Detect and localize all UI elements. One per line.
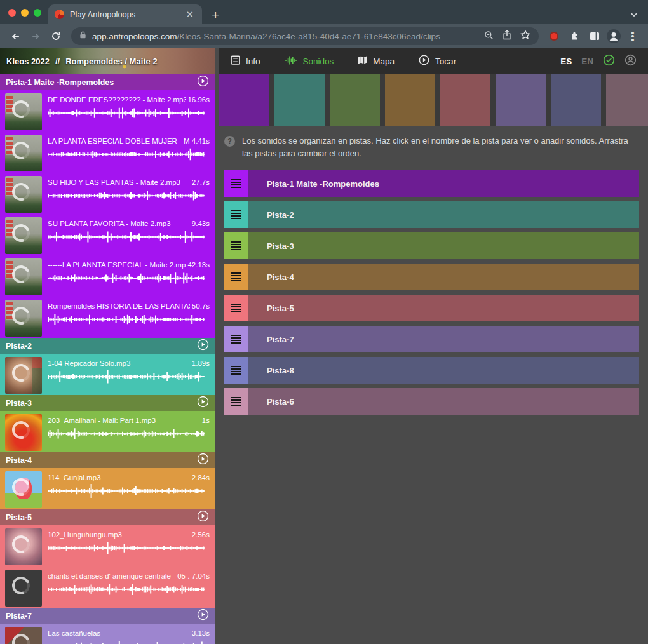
track-header[interactable]: Pista-3 — [0, 395, 215, 411]
clip-waveform[interactable] — [48, 639, 210, 644]
clip-item[interactable]: 1-04 Repicador Solo.mp3 1.89s — [0, 354, 215, 395]
drag-handle[interactable] — [224, 264, 248, 290]
drag-handle[interactable] — [224, 295, 248, 321]
clip-item[interactable]: Rompemoldes HISTORIA DE LAS PLANTAS... 5… — [0, 297, 215, 338]
clip-thumbnail[interactable] — [5, 176, 42, 213]
clip-item[interactable]: SU HIJO Y LAS PLANTAS - Maite 2.mp3 27.7… — [0, 173, 215, 214]
track-play-button[interactable] — [197, 510, 209, 525]
track-row-bar[interactable]: Pista-8 — [248, 357, 639, 384]
clip-item[interactable]: Las castañuelas 3.13s — [0, 624, 215, 644]
clip-thumbnail[interactable] — [5, 357, 42, 394]
clip-thumbnail[interactable] — [5, 258, 42, 295]
extensions-puzzle-icon[interactable] — [565, 27, 583, 45]
track-play-button[interactable] — [197, 396, 209, 410]
clip-waveform[interactable] — [48, 147, 210, 164]
clip-waveform[interactable] — [48, 105, 210, 123]
track-row-bar[interactable]: Pista-3 — [248, 232, 639, 259]
zoom-page-icon[interactable] — [484, 30, 494, 43]
track-play-button[interactable] — [197, 339, 209, 353]
track-row-bar[interactable]: Pista-5 — [248, 295, 639, 321]
clip-thumbnail[interactable] — [5, 217, 42, 254]
clip-waveform[interactable] — [48, 426, 210, 444]
browser-toolbar: app.antropoloops.com/Kleos-Santa-Marina/… — [0, 24, 648, 48]
tab-info[interactable]: Info — [231, 55, 260, 67]
new-tab-button[interactable]: + — [212, 8, 219, 22]
back-button[interactable] — [6, 27, 24, 45]
clip-waveform[interactable] — [48, 483, 210, 501]
clip-waveform[interactable] — [48, 582, 210, 600]
window-zoom-button[interactable] — [34, 9, 41, 17]
drag-handle[interactable] — [224, 357, 248, 384]
clip-waveform[interactable] — [48, 312, 210, 330]
window-minimize-button[interactable] — [21, 9, 29, 17]
track-color-palette — [219, 74, 648, 126]
track-header[interactable]: Pista-7 — [0, 608, 215, 624]
track-row: Pista-5 — [224, 295, 639, 321]
tab-mapa[interactable]: Mapa — [358, 55, 395, 67]
clip-waveform[interactable] — [48, 369, 210, 387]
clip-waveform[interactable] — [48, 188, 210, 206]
bookmark-star-icon[interactable] — [520, 30, 530, 43]
clip-waveform[interactable] — [48, 271, 210, 288]
track-row-bar[interactable]: Pista-7 — [248, 326, 639, 352]
track-row-bar[interactable]: Pista-1 Maite -Rompemoldes — [248, 170, 639, 197]
browser-menu-icon[interactable]: ••• — [624, 27, 642, 45]
clip-item[interactable]: DE DONDE ERES???????? - Maite 2.mp3 16.9… — [0, 90, 215, 131]
track-row-bar[interactable]: Pista-6 — [248, 388, 639, 415]
clip-waveform[interactable] — [48, 229, 210, 247]
tab-search-chevron-icon[interactable] — [630, 8, 638, 20]
track-row-bar[interactable]: Pista-2 — [248, 201, 639, 228]
profile-avatar-icon[interactable] — [606, 29, 621, 44]
lang-es-button[interactable]: ES — [560, 57, 572, 66]
clip-thumbnail[interactable] — [5, 135, 42, 171]
clip-title: 203_Amalihani - Mali: Part 1.mp3 — [48, 417, 200, 424]
tab-tocar[interactable]: Tocar — [419, 55, 456, 67]
lang-en-button[interactable]: EN — [581, 57, 593, 66]
track-play-button[interactable] — [197, 608, 209, 623]
track-play-button[interactable] — [197, 453, 209, 467]
track-header[interactable]: Pista-2 — [0, 338, 215, 354]
track-play-button[interactable] — [197, 75, 209, 90]
browser-tab[interactable]: Play Antropoloops ✕ — [48, 4, 202, 24]
track-header[interactable]: Pista-5 — [0, 509, 215, 525]
clip-item[interactable]: ------LA PLANNTA ESPECIAL - Maite 2.mp3 … — [0, 255, 215, 297]
lock-icon[interactable] — [79, 30, 86, 42]
drag-handle[interactable] — [224, 170, 248, 197]
drag-handle[interactable] — [224, 201, 248, 228]
clip-item[interactable]: LA PLANTA ESPECIAL DOBLE MUJER - Mai... … — [0, 131, 215, 173]
clip-waveform[interactable] — [48, 540, 210, 558]
nav-label: Tocar — [435, 57, 456, 66]
clip-thumbnail[interactable] — [5, 627, 42, 644]
window-close-button[interactable] — [8, 9, 16, 17]
saved-check-icon[interactable] — [603, 54, 615, 69]
reload-button[interactable] — [47, 27, 65, 45]
clip-item[interactable]: SU PLANTA FAVORITA - Maite 2.mp3 9.43s — [0, 214, 215, 255]
share-icon[interactable] — [503, 30, 511, 43]
tab-close-icon[interactable]: ✕ — [184, 8, 196, 20]
clip-thumbnail[interactable] — [5, 471, 42, 508]
clip-item[interactable]: 102_Hunguhungu.mp3 2.56s — [0, 525, 215, 567]
drag-handle[interactable] — [224, 326, 248, 352]
track-header[interactable]: Pista-1 Maite -Rompemoldes — [0, 74, 215, 90]
top-nav: Info Sonidos Mapa Tocar E — [219, 48, 648, 74]
clip-thumbnail[interactable] — [5, 93, 42, 130]
forward-button[interactable] — [27, 27, 44, 45]
clip-thumbnail[interactable] — [5, 528, 42, 565]
clip-thumbnail[interactable] — [5, 300, 42, 337]
track-row-bar[interactable]: Pista-4 — [248, 264, 639, 290]
clip-item[interactable]: 114_Gunjai.mp3 2.84s — [0, 468, 215, 509]
url-bar[interactable]: app.antropoloops.com/Kleos-Santa-Marina/… — [71, 27, 539, 45]
clip-title: Las castañuelas — [48, 629, 190, 637]
account-icon[interactable] — [624, 54, 637, 69]
clip-item[interactable]: chants et danses d' amerique centrale - … — [0, 567, 215, 608]
track-header[interactable]: Pista-4 — [0, 452, 215, 468]
tab-sonidos[interactable]: Sonidos — [285, 55, 334, 67]
record-indicator-icon[interactable] — [545, 27, 563, 45]
clip-item[interactable]: 203_Amalihani - Mali: Part 1.mp3 1s — [0, 411, 215, 452]
drag-handle[interactable] — [224, 232, 248, 259]
drag-handle[interactable] — [224, 388, 248, 415]
clip-duration: 42.13s — [187, 261, 210, 269]
side-panel-icon[interactable] — [586, 27, 604, 45]
clip-thumbnail[interactable] — [5, 570, 42, 607]
clip-thumbnail[interactable] — [5, 414, 42, 451]
